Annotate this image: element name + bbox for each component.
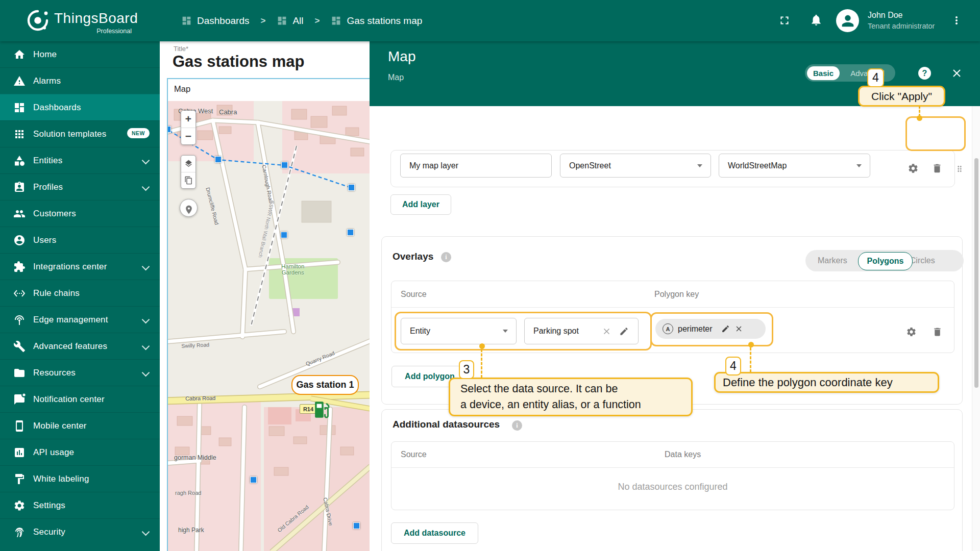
settings-icon	[13, 499, 26, 512]
sidebar-item-users[interactable]: Users	[0, 227, 160, 253]
sidebar-item-label: Mobile center	[33, 421, 87, 431]
tab-polygons[interactable]: Polygons	[858, 252, 913, 270]
sidebar-item-mobile-center[interactable]: Mobile center	[0, 412, 160, 439]
tab-markers[interactable]: Markers	[818, 256, 847, 265]
connector-dot	[479, 343, 485, 349]
tab-circles[interactable]: Circles	[910, 256, 935, 265]
sidebar-item-advanced-features[interactable]: Advanced features	[0, 333, 160, 359]
notifications-bell-icon[interactable]	[810, 13, 823, 27]
step-number-badge: 4	[725, 357, 741, 375]
drag-handle-icon[interactable]	[955, 163, 964, 175]
connector-dot	[917, 115, 922, 121]
layer-name-input[interactable]: My map layer	[400, 154, 552, 178]
map-label-cabra: Cabra	[219, 108, 237, 116]
polygon-vertex[interactable]	[281, 162, 288, 168]
sidebar-item-dashboards[interactable]: Dashboards	[0, 94, 160, 120]
more-menu-icon[interactable]	[950, 14, 963, 27]
panel-scrollbar[interactable]	[972, 106, 980, 551]
add-datasource-button[interactable]: Add datasource	[391, 522, 478, 544]
map-layers-control	[181, 155, 196, 189]
overlay-source-value-field[interactable]: Parking spot	[524, 318, 639, 344]
sidebar-item-integrations-center[interactable]: Integrations center	[0, 253, 160, 280]
breadcrumb-item-dashboards[interactable]: Dashboards	[181, 15, 249, 27]
breadcrumb-item-all[interactable]: All	[277, 15, 303, 27]
avatar[interactable]	[836, 9, 859, 32]
row-delete-trash-icon[interactable]	[932, 327, 943, 337]
map-label-high-park: high Park	[178, 527, 204, 534]
layer-delete-trash-icon[interactable]	[932, 163, 943, 174]
users-icon	[13, 234, 26, 246]
sidebar-item-label: White labeling	[33, 474, 89, 484]
chevron-down-icon	[142, 316, 150, 324]
pages-icon[interactable]	[181, 172, 195, 189]
polygon-vertex[interactable]	[353, 522, 360, 529]
sidebar-item-resources[interactable]: Resources	[0, 359, 160, 386]
chevron-down-icon	[142, 157, 150, 165]
overlay-source-type-select[interactable]: Entity	[401, 318, 517, 344]
sidebar-item-profiles[interactable]: Profiles	[0, 173, 160, 200]
gas-station-marker-icon[interactable]	[312, 398, 333, 421]
add-layer-button[interactable]: Add layer	[390, 194, 451, 215]
row-settings-gear-icon[interactable]	[906, 327, 917, 337]
polygon-vertex[interactable]	[281, 232, 287, 238]
map-tiles	[168, 101, 371, 551]
layers-icon[interactable]	[181, 156, 195, 172]
placemark-icon[interactable]	[180, 199, 198, 217]
zoom-in-button[interactable]: +	[181, 111, 195, 128]
sidebar-item-white-labeling[interactable]: White labeling	[0, 465, 160, 492]
column-source: Source	[401, 450, 427, 459]
scrollbar-thumb[interactable]	[974, 158, 978, 388]
sidebar-item-notification-center[interactable]: Notification center	[0, 386, 160, 412]
remove-x-icon[interactable]	[734, 324, 743, 333]
advanced-features-icon	[13, 340, 26, 353]
sidebar-item-solution-templates[interactable]: Solution templatesNEW	[0, 120, 160, 147]
help-icon[interactable]: ?	[918, 67, 931, 80]
map-widget[interactable]: Map	[167, 78, 373, 551]
chevron-down-icon	[697, 164, 702, 167]
zoom-out-button[interactable]: −	[181, 128, 195, 145]
resources-icon	[13, 367, 26, 379]
polygon-vertex[interactable]	[347, 229, 354, 236]
edit-pencil-icon[interactable]	[619, 327, 629, 336]
widget-settings-panel: Map Map Basic Advanced ? Preview Decline…	[370, 41, 980, 551]
tooltip-polygon-key: Define the polygon coordinate key	[714, 372, 939, 393]
sidebar-item-entities[interactable]: Entities	[0, 147, 160, 173]
layer-settings-gear-icon[interactable]	[908, 163, 919, 174]
sidebar-item-api-usage[interactable]: API usage	[0, 439, 160, 465]
polygon-vertex[interactable]	[250, 477, 257, 483]
customers-icon	[13, 208, 26, 220]
polygon-vertex[interactable]	[348, 184, 355, 191]
edit-pencil-icon[interactable]	[721, 324, 730, 333]
tab-basic[interactable]: Basic	[807, 66, 840, 80]
layer-type-select[interactable]: WorldStreetMap	[719, 154, 870, 178]
api-usage-icon	[13, 446, 26, 459]
layer-provider-select[interactable]: OpenStreet	[560, 154, 711, 178]
attribute-type-icon: A	[663, 323, 673, 334]
new-badge: NEW	[127, 128, 150, 138]
breadcrumb-item-gas-stations-map[interactable]: Gas stations map	[331, 15, 422, 27]
edge-management-icon	[13, 314, 26, 326]
sidebar-item-alarms[interactable]: Alarms	[0, 67, 160, 94]
sidebar-item-customers[interactable]: Customers	[0, 200, 160, 227]
close-icon[interactable]	[950, 67, 963, 80]
polygon-vertex[interactable]	[215, 156, 222, 163]
widget-title-value[interactable]: Gas stations map	[173, 53, 304, 71]
polygon-vertex[interactable]	[168, 126, 171, 133]
map-canvas[interactable]: Cabra WestCabraDrumcliffe RoadCarnlough …	[168, 101, 371, 551]
dashboard-edit-column: Title* Gas stations map Map	[160, 41, 370, 551]
fullscreen-icon[interactable]	[778, 14, 791, 27]
clear-x-icon[interactable]	[602, 327, 611, 336]
polygon-key-chip[interactable]: A perimeter	[655, 319, 766, 339]
grid-icon	[181, 15, 192, 26]
sidebar-item-edge-management[interactable]: Edge management	[0, 306, 160, 333]
sidebar-item-home[interactable]: Home	[0, 41, 160, 67]
sidebar: HomeAlarmsDashboardsSolution templatesNE…	[0, 41, 160, 551]
chevron-down-icon	[142, 369, 150, 377]
sidebar-item-settings[interactable]: Settings	[0, 492, 160, 518]
brand-edition: Professional	[54, 28, 132, 35]
sidebar-item-rule-chains[interactable]: Rule chains	[0, 280, 160, 306]
entities-icon	[13, 155, 26, 167]
sidebar-item-security[interactable]: Security	[0, 518, 160, 545]
chevron-down-icon	[503, 330, 508, 333]
breadcrumb-separator: >	[315, 16, 320, 26]
